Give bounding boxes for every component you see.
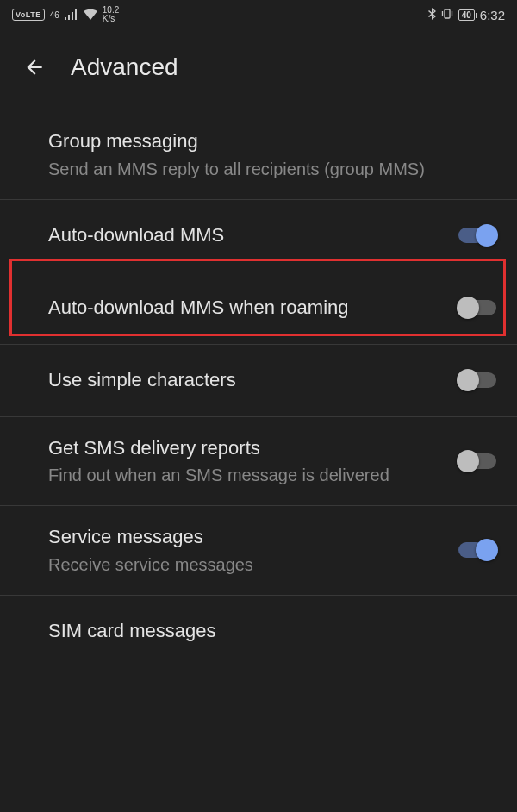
network-speed: 10.2 K/s [103,6,119,23]
setting-sim-card-messages[interactable]: SIM card messages [0,596,517,668]
toggle-simple-characters[interactable] [458,372,496,388]
vibrate-icon [441,8,453,22]
setting-title: Service messages [48,525,441,550]
setting-delivery-reports[interactable]: Get SMS delivery reports Find out when a… [0,417,517,507]
battery-icon: 40 [458,9,475,21]
setting-subtitle: Send an MMS reply to all recipients (gro… [48,158,479,180]
page-title: Advanced [71,53,178,81]
setting-subtitle: Find out when an SMS message is delivere… [48,464,441,486]
volte-icon: VoLTE [12,9,45,21]
setting-title: Auto-download MMS [48,223,441,248]
toggle-service-messages[interactable] [458,542,496,558]
setting-subtitle: Receive service messages [48,553,441,576]
signal-icon [65,9,78,20]
svg-rect-0 [445,9,450,18]
setting-title: Use simple characters [48,368,441,393]
status-left: VoLTE 46 10.2 K/s [12,6,119,23]
setting-title: Get SMS delivery reports [48,436,441,461]
toggle-delivery-reports[interactable] [458,453,496,469]
toggle-auto-download-mms[interactable] [458,228,496,243]
status-time: 6:32 [480,8,505,22]
setting-title: Auto-download MMS when roaming [48,296,441,321]
setting-group-messaging[interactable]: Group messaging Send an MMS reply to all… [0,110,517,200]
toggle-auto-download-roaming[interactable] [458,300,496,315]
setting-auto-download-mms[interactable]: Auto-download MMS [0,200,517,272]
back-button[interactable] [21,53,48,81]
wifi-icon [84,9,97,20]
settings-list: Group messaging Send an MMS reply to all… [0,110,517,668]
status-bar: VoLTE 46 10.2 K/s 40 6:32 [0,0,517,29]
setting-service-messages[interactable]: Service messages Receive service message… [0,506,517,596]
status-right: 40 6:32 [427,8,505,22]
network-4g-icon: 46 [50,11,59,19]
setting-simple-characters[interactable]: Use simple characters [0,345,517,417]
app-bar: Advanced [0,29,517,110]
setting-title: Group messaging [48,129,479,154]
setting-auto-download-roaming[interactable]: Auto-download MMS when roaming [0,272,517,345]
arrow-back-icon [23,56,46,78]
bluetooth-icon [427,8,436,22]
setting-title: SIM card messages [48,619,479,644]
